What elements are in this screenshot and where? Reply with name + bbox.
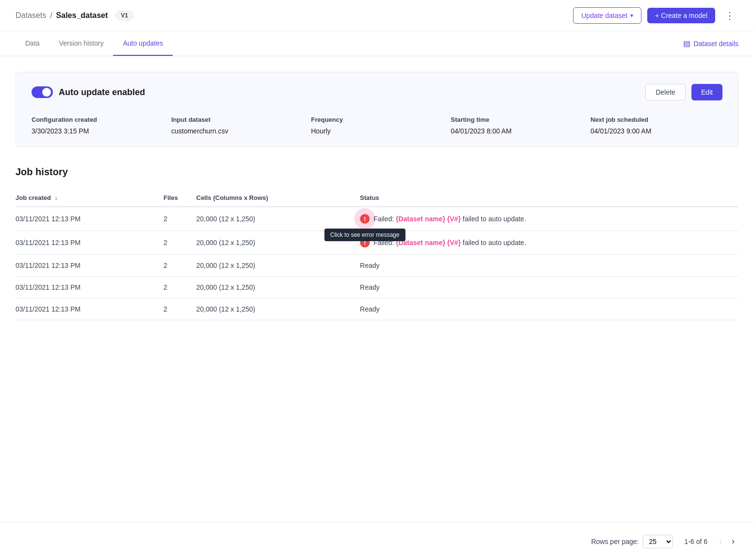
starting-time-value: 04/01/2023 8:00 AM (451, 127, 583, 135)
cell-job-created: 03/11/2021 12:13 PM (16, 298, 164, 320)
job-history-table-container: Job created ↓ Files Cells (Columns x Row… (16, 189, 738, 320)
tabs-bar: Data Version history Auto updates ▤ Data… (0, 31, 754, 56)
cell-cells: 20,000 (12 x 1,250) (197, 231, 360, 255)
col-files: Files (164, 189, 196, 207)
create-model-button[interactable]: + Create a model (647, 8, 715, 23)
dataset-details-link[interactable]: ▤ Dataset details (683, 31, 738, 56)
tab-version-history[interactable]: Version history (49, 32, 114, 56)
col-job-created[interactable]: Job created ↓ (16, 189, 164, 207)
config-created-label: Configuration created (32, 116, 164, 123)
dataset-name-highlight: {Dataset name} {V#} (396, 215, 461, 223)
delete-button[interactable]: Delete (645, 84, 685, 100)
sort-icon: ↓ (55, 195, 58, 201)
next-job-value: 04/01/2023 9:00 AM (590, 127, 722, 135)
cell-cells: 20,000 (12 x 1,250) (197, 255, 360, 277)
auto-update-title: Auto update enabled (32, 86, 145, 98)
cell-status: !Failed: {Dataset name} {V#} failed to a… (360, 231, 738, 255)
input-dataset-label: Input dataset (171, 116, 303, 123)
error-icon-wrapper: ! (360, 238, 370, 247)
cell-cells: 20,000 (12 x 1,250) (197, 207, 360, 231)
table-row: 03/11/2021 12:13 PM220,000 (12 x 1,250)R… (16, 298, 738, 320)
error-icon-wrapper: !Click to see error message (360, 214, 370, 224)
cell-files: 2 (164, 277, 196, 298)
config-next-job: Next job scheduled 04/01/2023 9:00 AM (590, 116, 722, 135)
status-text: Failed: {Dataset name} {V#} failed to au… (374, 239, 526, 247)
config-frequency: Frequency Hourly (311, 116, 443, 135)
card-actions: Delete Edit (645, 84, 722, 100)
cell-files: 2 (164, 231, 196, 255)
cell-status: Ready (360, 277, 738, 298)
dataset-name-highlight: {Dataset name} {V#} (396, 239, 461, 247)
cell-cells: 20,000 (12 x 1,250) (197, 298, 360, 320)
dataset-details-icon: ▤ (683, 39, 690, 48)
status-text: Failed: {Dataset name} {V#} failed to au… (374, 215, 526, 223)
input-dataset-value: customerchurn.csv (171, 127, 303, 135)
job-history-table: Job created ↓ Files Cells (Columns x Row… (16, 189, 738, 320)
breadcrumb: Datasets / Sales_dataset V1 (16, 11, 133, 20)
page-header: Datasets / Sales_dataset V1 Update datas… (0, 0, 754, 31)
config-starting-time: Starting time 04/01/2023 8:00 AM (451, 116, 583, 135)
dropdown-arrow-icon: ▾ (630, 12, 633, 19)
cell-files: 2 (164, 255, 196, 277)
config-grid: Configuration created 3/30/2023 3:15 PM … (32, 116, 722, 135)
table-row: 03/11/2021 12:13 PM220,000 (12 x 1,250)R… (16, 277, 738, 298)
cell-job-created: 03/11/2021 12:13 PM (16, 255, 164, 277)
cell-files: 2 (164, 207, 196, 231)
config-created: Configuration created 3/30/2023 3:15 PM (32, 116, 164, 135)
config-input-dataset: Input dataset customerchurn.csv (171, 116, 303, 135)
config-created-value: 3/30/2023 3:15 PM (32, 127, 164, 135)
version-badge: V1 (115, 11, 133, 20)
update-dataset-button[interactable]: Update dataset ▾ (573, 7, 641, 24)
starting-time-label: Starting time (451, 116, 583, 123)
col-status: Status (360, 189, 738, 207)
header-actions: Update dataset ▾ + Create a model ⋮ (573, 7, 738, 24)
next-job-label: Next job scheduled (590, 116, 722, 123)
error-icon[interactable]: ! (360, 238, 370, 247)
table-row: 03/11/2021 12:13 PM220,000 (12 x 1,250)!… (16, 231, 738, 255)
frequency-label: Frequency (311, 116, 443, 123)
breadcrumb-current: Sales_dataset (56, 11, 108, 20)
more-options-button[interactable]: ⋮ (721, 8, 738, 23)
cell-job-created: 03/11/2021 12:13 PM (16, 207, 164, 231)
cell-job-created: 03/11/2021 12:13 PM (16, 231, 164, 255)
job-history-title: Job history (16, 166, 738, 178)
auto-update-toggle[interactable] (32, 86, 53, 98)
cell-status: !Click to see error messageFailed: {Data… (360, 207, 738, 231)
frequency-value: Hourly (311, 127, 443, 135)
cell-status: Ready (360, 255, 738, 277)
breadcrumb-separator: / (50, 11, 52, 20)
breadcrumb-datasets-link[interactable]: Datasets (16, 11, 46, 20)
error-cell: !Failed: {Dataset name} {V#} failed to a… (360, 238, 738, 247)
table-header-row: Job created ↓ Files Cells (Columns x Row… (16, 189, 738, 207)
table-row: 03/11/2021 12:13 PM220,000 (12 x 1,250)R… (16, 255, 738, 277)
error-cell: !Click to see error messageFailed: {Data… (360, 214, 738, 224)
cell-files: 2 (164, 298, 196, 320)
auto-update-header: Auto update enabled Delete Edit (32, 84, 722, 100)
cell-job-created: 03/11/2021 12:13 PM (16, 277, 164, 298)
cell-cells: 20,000 (12 x 1,250) (197, 277, 360, 298)
tab-auto-updates[interactable]: Auto updates (113, 32, 173, 56)
edit-button[interactable]: Edit (691, 84, 722, 100)
job-history-section: Job history Job created ↓ Files Cells (C… (16, 166, 738, 320)
error-icon[interactable]: ! (360, 214, 370, 224)
col-cells: Cells (Columns x Rows) (197, 189, 360, 207)
table-row: 03/11/2021 12:13 PM220,000 (12 x 1,250)!… (16, 207, 738, 231)
cell-status: Ready (360, 298, 738, 320)
tab-data[interactable]: Data (16, 32, 49, 56)
auto-update-card: Auto update enabled Delete Edit Configur… (16, 72, 738, 147)
main-content: Auto update enabled Delete Edit Configur… (0, 56, 754, 336)
